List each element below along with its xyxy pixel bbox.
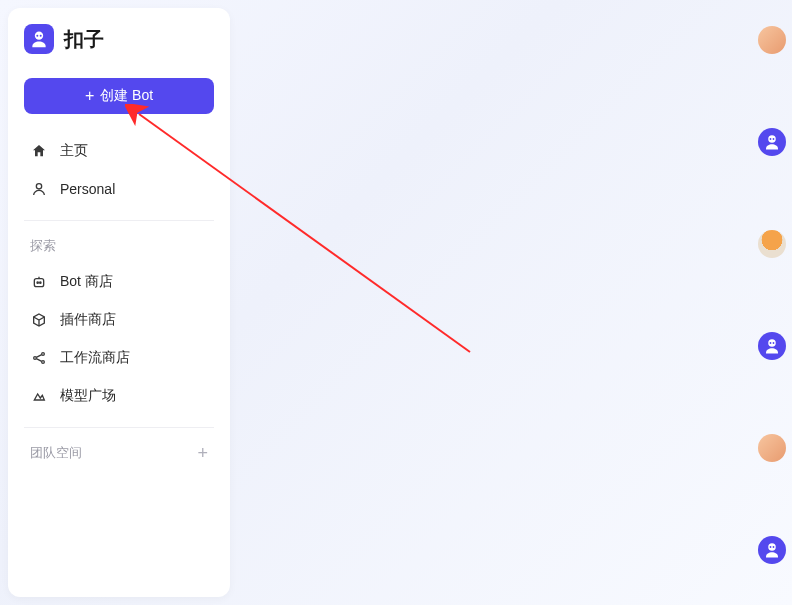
svg-point-7 [34,357,37,360]
cube-icon [30,311,48,329]
nav-home-label: 主页 [60,142,88,160]
balloon-icon[interactable] [758,230,786,258]
svg-point-11 [770,138,772,140]
svg-point-12 [773,138,775,140]
divider [24,427,214,428]
nav-personal-label: Personal [60,181,115,197]
avatar-icon-1[interactable] [758,26,786,54]
share-icon [30,349,48,367]
bot-assistant-icon-2[interactable] [758,332,786,360]
nav-personal[interactable]: Personal [24,170,214,208]
svg-point-8 [42,353,45,356]
create-bot-label: 创建 Bot [100,87,153,105]
home-icon [30,142,48,160]
brand-icon [24,24,54,54]
brand: 扣子 [24,24,214,54]
nav-home[interactable]: 主页 [24,132,214,170]
nav-plugin-store-label: 插件商店 [60,311,116,329]
sidebar: 扣子 + 创建 Bot 主页 Personal 探索 Bot 商店 插件商店 [8,8,230,597]
section-team-header: 团队空间 + [24,440,214,470]
svg-point-13 [768,339,776,347]
right-icon-rail [758,26,786,564]
svg-point-10 [768,135,776,143]
nav-bot-store-label: Bot 商店 [60,273,113,291]
bot-icon [30,273,48,291]
svg-point-18 [773,546,775,548]
bot-assistant-icon-1[interactable] [758,128,786,156]
user-icon [30,180,48,198]
svg-point-17 [770,546,772,548]
nav-model-plaza-label: 模型广场 [60,387,116,405]
svg-point-9 [42,361,45,364]
svg-point-6 [40,282,41,283]
nav-workflow-store[interactable]: 工作流商店 [24,339,214,377]
avatar-icon-2[interactable] [758,434,786,462]
section-team-title: 团队空间 [30,444,82,462]
section-explore-header: 探索 [24,233,214,263]
add-workspace-button[interactable]: + [197,444,208,462]
svg-point-3 [36,184,41,189]
nav-workflow-store-label: 工作流商店 [60,349,130,367]
section-explore-title: 探索 [30,237,56,255]
svg-point-0 [35,32,43,40]
nav-plugin-store[interactable]: 插件商店 [24,301,214,339]
svg-point-5 [37,282,38,283]
create-bot-button[interactable]: + 创建 Bot [24,78,214,114]
svg-point-16 [768,543,776,551]
brand-name: 扣子 [64,26,104,53]
svg-point-15 [773,342,775,344]
triangles-icon [30,387,48,405]
svg-point-1 [36,35,38,37]
plus-icon: + [85,88,94,104]
nav-bot-store[interactable]: Bot 商店 [24,263,214,301]
svg-point-14 [770,342,772,344]
bot-assistant-icon-3[interactable] [758,536,786,564]
divider [24,220,214,221]
svg-point-2 [40,35,42,37]
nav-model-plaza[interactable]: 模型广场 [24,377,214,415]
